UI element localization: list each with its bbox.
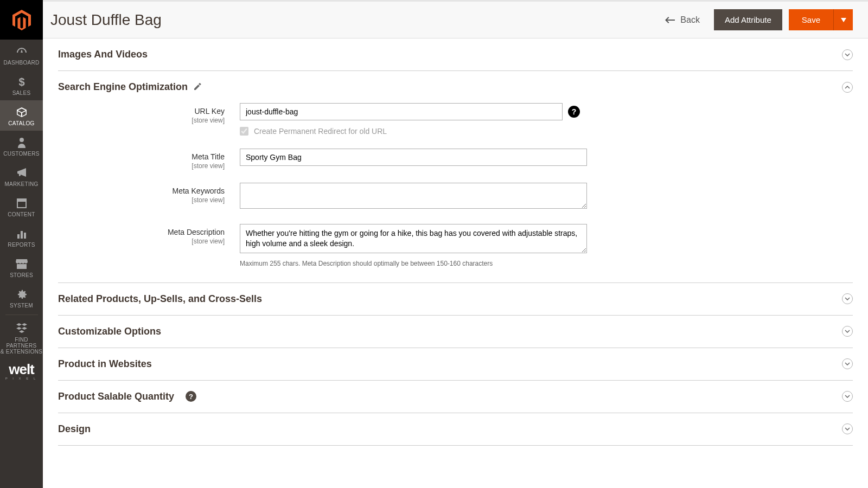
section-title: Customizable Options [58, 326, 161, 337]
help-icon[interactable]: ? [186, 391, 196, 402]
section-title: Related Products, Up-Sells, and Cross-Se… [58, 293, 262, 305]
nav-reports[interactable]: REPORTS [0, 222, 43, 252]
section-related: Related Products, Up-Sells, and Cross-Se… [58, 283, 853, 316]
svg-point-1 [20, 138, 24, 142]
nav-sales[interactable]: $ SALES [0, 70, 43, 100]
nav-label: MARKETING [4, 181, 38, 187]
meta-description-textarea[interactable] [240, 224, 587, 253]
dashboard-icon [16, 45, 28, 58]
label-meta-description: Meta Description [168, 228, 225, 236]
nav-content[interactable]: CONTENT [0, 191, 43, 222]
nav-partners[interactable]: FIND PARTNERS & EXTENSIONS [0, 317, 43, 359]
nav-label: CATALOG [8, 120, 34, 126]
section-header-salable[interactable]: Product Salable Quantity ? [58, 381, 853, 413]
url-key-input[interactable] [240, 103, 563, 120]
nav-label: CONTENT [8, 211, 35, 217]
section-title: Product Salable Quantity [58, 391, 174, 402]
expand-icon [842, 423, 853, 434]
page-title: Joust Duffle Bag [50, 11, 162, 29]
section-title: Search Engine Optimization [58, 81, 188, 93]
seo-body: URL Key [store view] ? Create Permanent … [58, 103, 853, 282]
section-header-images[interactable]: Images And Videos [58, 38, 853, 70]
nav-label: SYSTEM [10, 303, 33, 309]
nav-label: STORES [10, 272, 33, 278]
megaphone-icon [16, 166, 27, 179]
nav-dashboard[interactable]: DASHBOARD [0, 40, 43, 70]
nav-customers[interactable]: CUSTOMERS [0, 131, 43, 161]
nav-label: FIND PARTNERS & EXTENSIONS [0, 337, 43, 355]
collapse-icon [842, 82, 853, 93]
label-url-key: URL Key [194, 107, 225, 115]
nav-label: SALES [12, 90, 31, 96]
section-title: Design [58, 423, 91, 435]
blocks-icon [16, 322, 27, 335]
section-salable: Product Salable Quantity ? [58, 381, 853, 413]
section-title: Product in Websites [58, 358, 152, 370]
section-seo: Search Engine Optimization URL Key [stor… [58, 71, 853, 283]
pencil-icon[interactable] [194, 82, 201, 92]
svg-rect-3 [17, 199, 26, 202]
field-meta-description: Meta Description [store view] Maximum 25… [58, 224, 853, 267]
back-label: Back [680, 15, 700, 25]
nav-label: CUSTOMERS [3, 151, 39, 157]
section-websites: Product in Websites [58, 348, 853, 381]
storefront-icon [16, 258, 28, 271]
caret-down-icon [841, 18, 846, 22]
bars-icon [17, 227, 27, 240]
label-meta-keywords: Meta Keywords [173, 187, 225, 195]
section-title: Images And Videos [58, 49, 148, 60]
svg-rect-4 [17, 234, 20, 239]
cube-icon [16, 106, 27, 119]
section-header-related[interactable]: Related Products, Up-Sells, and Cross-Se… [58, 283, 853, 315]
scope-label: [store view] [58, 237, 225, 245]
dollar-icon: $ [18, 75, 25, 88]
nav-label: REPORTS [8, 242, 35, 248]
nav-separator [5, 314, 38, 315]
expand-icon [842, 391, 853, 402]
expand-icon [842, 293, 853, 304]
nav-stores[interactable]: STORES [0, 252, 43, 282]
meta-keywords-textarea[interactable] [240, 183, 587, 209]
scope-label: [store view] [58, 117, 225, 124]
redirect-checkbox-row: Create Permanent Redirect for old URL [240, 127, 592, 136]
section-header-customizable[interactable]: Customizable Options [58, 316, 853, 348]
redirect-checkbox[interactable] [240, 127, 248, 136]
save-button[interactable]: Save [789, 9, 833, 30]
magento-logo[interactable] [0, 0, 43, 40]
nav-marketing[interactable]: MARKETING [0, 161, 43, 191]
welt-brand[interactable]: welt P I X E L [0, 361, 43, 380]
section-header-seo[interactable]: Search Engine Optimization [58, 71, 853, 103]
help-icon[interactable]: ? [568, 106, 580, 118]
svg-rect-6 [24, 233, 26, 239]
svg-text:$: $ [18, 76, 24, 88]
nav-system[interactable]: SYSTEM [0, 282, 43, 313]
field-meta-title: Meta Title [store view] [58, 149, 853, 170]
add-attribute-button[interactable]: Add Attribute [714, 9, 782, 30]
person-icon [18, 136, 25, 149]
nav-label: DASHBOARD [3, 60, 39, 66]
admin-sidebar: DASHBOARD $ SALES CATALOG CUSTOMERS MARK… [0, 0, 43, 488]
scope-label: [store view] [58, 162, 225, 170]
section-header-design[interactable]: Design [58, 413, 853, 445]
gear-icon [16, 288, 27, 301]
header-actions: Back Add Attribute Save [658, 9, 853, 30]
magento-logo-icon [12, 10, 31, 30]
arrow-left-icon [665, 17, 675, 23]
page-header: Joust Duffle Bag Back Add Attribute Save [43, 2, 868, 38]
back-button[interactable]: Back [658, 11, 707, 29]
welt-text: welt [9, 361, 34, 378]
expand-icon [842, 358, 853, 369]
content-scroll[interactable]: Images And Videos Search Engine Optimiza… [43, 38, 868, 488]
nav-catalog[interactable]: CATALOG [0, 100, 43, 131]
redirect-label: Create Permanent Redirect for old URL [254, 127, 387, 136]
expand-icon [842, 49, 853, 60]
save-dropdown-toggle[interactable] [833, 9, 853, 30]
save-button-group: Save [789, 9, 853, 30]
section-header-websites[interactable]: Product in Websites [58, 348, 853, 380]
label-meta-title: Meta Title [192, 152, 225, 161]
main-area: Joust Duffle Bag Back Add Attribute Save… [43, 0, 868, 488]
meta-description-note: Maximum 255 chars. Meta Description shou… [240, 260, 592, 267]
field-meta-keywords: Meta Keywords [store view] [58, 183, 853, 211]
meta-title-input[interactable] [240, 149, 587, 166]
section-customizable: Customizable Options [58, 316, 853, 348]
